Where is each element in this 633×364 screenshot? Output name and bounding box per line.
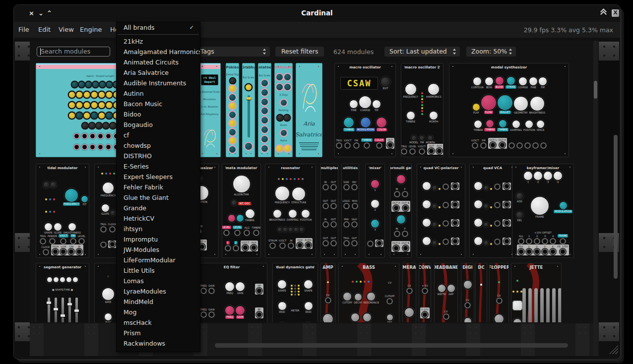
menu-item-brand[interactable]: Autinn <box>117 88 200 99</box>
knob <box>276 84 283 90</box>
collapse-icon[interactable] <box>600 9 607 16</box>
module-preview-keyframer-mixer[interactable]: keyframer/mixer1234ADDDELFRAMEMODULATION… <box>512 164 574 258</box>
menu-item-brand[interactable]: Animated Circuits <box>117 57 200 67</box>
module-preview-quad-vc-polarizer[interactable]: quad VC-polarizer <box>417 164 465 258</box>
knob <box>423 200 431 208</box>
module-preview-dc[interactable]: DCIN <box>475 263 487 322</box>
port-jack <box>551 249 555 254</box>
menu-item-brand[interactable]: MindMeld <box>117 297 200 307</box>
menu-item-brand[interactable]: Audible Instruments <box>117 78 200 88</box>
menu-item-brand[interactable]: Aria Salvatrice <box>117 67 200 78</box>
module-preview-bass[interactable]: BASSCUTOFFDECAYRESONANCEENVMODACCENTACCE… <box>338 263 399 322</box>
menu-item-brand[interactable]: JW-Modules <box>117 244 200 255</box>
module-preview-multiples[interactable]: multiplesINOUTOUTOUTINOUTOUTOUT <box>320 164 338 258</box>
module-preview-pokies[interactable]: PokiesDistal Trig <box>226 63 239 157</box>
browser-vscrollbar-thumb[interactable] <box>594 81 597 99</box>
knob <box>278 228 282 232</box>
tags-dropdown[interactable]: Tags <box>191 47 270 57</box>
menu-item-brand[interactable]: LyraeModules <box>117 286 200 297</box>
menu-item-brand[interactable]: ihtsyn <box>117 224 200 234</box>
menu-item-brand[interactable]: Lomas <box>117 276 200 286</box>
menu-item-brand[interactable]: Expert Sleepers <box>117 172 200 182</box>
module-preview-meta-modulator[interactable]: meta modulatorALGORITHMINT. OSCTIMBRELEV… <box>222 164 261 258</box>
module-preview-utilities[interactable]: utilitiesSAWINVLOGICMAXMINS&HTRIGOUT <box>341 164 359 258</box>
menu-item-brand[interactable]: Grande <box>117 203 200 213</box>
menu-edit[interactable]: Edit <box>38 26 51 33</box>
knob <box>484 223 488 227</box>
module-preview-segment-generator[interactable]: segment generator● SHAPE/TIME ●● TIME/LE… <box>36 263 89 322</box>
menu-item-brand[interactable]: Mog <box>117 307 200 317</box>
module-preview-quad-vca[interactable]: quad VCA <box>469 164 516 258</box>
app-logo-icon[interactable]: X <box>612 9 619 17</box>
panel-label: MOD <box>305 310 311 313</box>
menu-item-brand[interactable]: Bidoo <box>117 109 200 120</box>
rack-vscrollbar-thumb[interactable] <box>614 135 618 279</box>
search-input[interactable]: Search modules <box>37 47 110 57</box>
updown-arrows-icon <box>453 49 456 55</box>
module-preview-eq-filter[interactable]: EQ filterFREQGAINFREQGAINFREQGAINFREQGAI… <box>196 263 267 322</box>
menu-item-brand[interactable]: HetrickCV <box>117 213 200 224</box>
module-preview-flopper[interactable]: FLOPPERCVININ <box>489 263 509 322</box>
menu-item-brand[interactable]: chowdsp <box>117 140 200 151</box>
panel-label: OUT A <box>392 242 400 244</box>
menu-item-brand[interactable]: Fehler Fabrik <box>117 182 200 192</box>
menu-item-brand[interactable]: Bacon Music <box>117 99 200 109</box>
port-jack <box>74 134 79 138</box>
menu-item-brand[interactable]: cf <box>117 130 200 140</box>
zoom-dropdown[interactable]: Zoom: 50% <box>466 47 516 57</box>
menu-engine[interactable]: Engine <box>80 26 102 33</box>
knob <box>261 117 268 123</box>
module-preview-rotatoes[interactable]: RotatoesExt Scale <box>258 63 271 157</box>
menu-item-brand[interactable]: Rackwindows <box>117 338 200 349</box>
module-preview-dual-dynamics-gate[interactable]: dual dynamics gateSHAPEMODLEVEL MODMETER… <box>272 263 318 322</box>
module-preview-modal-synthesizer[interactable]: modal synthesizerCONTOURBOWBLOWSTRIKECOA… <box>449 63 569 157</box>
menu-item-brand[interactable]: 21kHz <box>117 36 200 47</box>
knob <box>246 209 254 218</box>
module-preview-tidal-modulator[interactable]: tidal modulatorFREQUENCYFITSHAPESLOPESMO… <box>36 164 89 258</box>
menu-item-brand[interactable]: DISTRHO <box>117 151 200 161</box>
menu-view[interactable]: View <box>59 26 74 33</box>
module-preview-resonator[interactable]: resonatorFREQUENCYSTRUCTUREBRIGHTNESSDAM… <box>265 164 316 258</box>
module-preview-mera[interactable]: MERACVPRE <box>402 263 416 322</box>
titlebar[interactable]: × ⌄ ⌃ Cardinal X <box>14 5 620 22</box>
knob <box>514 97 528 111</box>
module-preview-digi[interactable]: DIGICVANALOG <box>461 263 474 322</box>
module-preview-aria-text[interactable]: rt ObolDepartly External ScaleMicrotonic… <box>198 63 221 157</box>
menu-item-brand[interactable]: Impromptu <box>117 234 200 244</box>
module-preview-bernoulli-gate[interactable]: bernoulli gateINPOUT AOUT BINPOUT AOUT B <box>390 164 412 258</box>
label-badge: TIMBRE <box>484 128 496 131</box>
menu-file[interactable]: File <box>18 26 29 33</box>
module-preview-aria-signature[interactable]: AriaSalvatrice <box>296 63 322 157</box>
menu-item-brand[interactable]: Prism <box>117 328 200 338</box>
panel-label: 3 ch. Rotation <box>201 105 218 108</box>
reset-filters-button[interactable]: Reset filters <box>275 47 324 57</box>
module-preview-amp[interactable]: AMPCVIN <box>320 263 335 322</box>
module-preview-macro-oscillator-2[interactable]: macro oscillator 2FREQUENCYTIMBREHARMONI… <box>401 63 443 157</box>
module-preview-undular[interactable]: UnDuLaRX StepPaddingZoomAlpha <box>274 63 293 157</box>
module-preview-macro-oscillator[interactable]: macro oscillatorCSAWEXITFINECOARSEFMTIMB… <box>334 63 396 157</box>
knob <box>481 95 496 110</box>
menu-item-brand[interactable]: E-Series <box>117 161 200 172</box>
led-indicator <box>480 284 482 286</box>
module-title: quad VCA <box>483 166 502 171</box>
module-preview-conv[interactable]: CONV+ 5V0-10V0-10V <box>419 263 431 322</box>
port-jack <box>465 303 470 307</box>
menu-item-brand[interactable]: Amalgamated Harmonics <box>117 47 200 57</box>
module-preview-mixer[interactable]: mixer123 <box>365 164 385 258</box>
module-preview-deadband[interactable]: DEADBANDWIDTHGAPCV <box>434 263 458 322</box>
sort-dropdown[interactable]: Sort: Last updated <box>384 47 460 57</box>
module-title: meta modulator <box>226 166 257 171</box>
menu-separator <box>118 34 199 35</box>
menu-item-brand[interactable]: Little Utils <box>117 265 200 276</box>
module-preview-jette[interactable]: JETTEIN/OCT <box>511 263 562 322</box>
panel-label: OUT <box>331 181 336 183</box>
menu-item-brand[interactable]: Bogaudio <box>117 120 200 130</box>
knob <box>289 228 293 232</box>
browser-hscrollbar-thumb[interactable] <box>215 343 568 348</box>
menu-item-brand[interactable]: Glue the Giant <box>117 192 200 203</box>
panel-label: IN <box>395 187 398 190</box>
menu-item-brand[interactable]: LifeFormModular <box>117 255 200 265</box>
module-preview-grabby[interactable]: GrabbyExt Scale <box>242 63 255 157</box>
menu-item-brand[interactable]: mscHack <box>117 317 200 328</box>
menu-item-all-brands[interactable]: All brands✓ <box>117 22 200 33</box>
